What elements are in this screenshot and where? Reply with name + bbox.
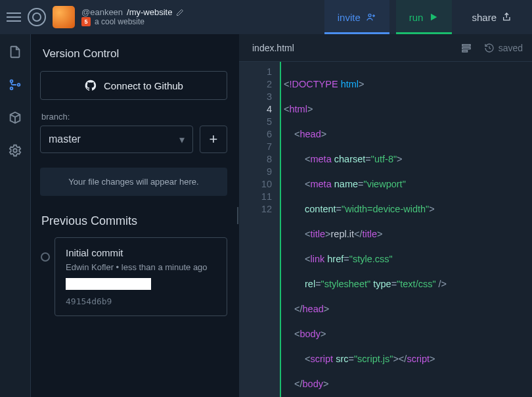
invite-button[interactable]: invite bbox=[324, 0, 389, 34]
panel-resizer[interactable] bbox=[236, 34, 239, 397]
settings-icon[interactable] bbox=[8, 143, 22, 158]
code-lines[interactable]: <!DOCTYPE html> <html> <head> <meta char… bbox=[281, 62, 447, 397]
share-button[interactable]: share bbox=[458, 0, 525, 34]
commit-input[interactable] bbox=[66, 278, 151, 290]
header: @eankeen/my-website 5 a cool website inv… bbox=[0, 0, 532, 34]
saved-indicator: saved bbox=[484, 43, 523, 53]
invite-label: invite bbox=[338, 12, 361, 23]
svg-point-2 bbox=[11, 87, 13, 90]
github-icon bbox=[84, 79, 97, 92]
run-button[interactable]: run bbox=[396, 0, 453, 34]
chevron-down-icon: ▾ bbox=[179, 133, 185, 146]
share-icon bbox=[502, 12, 512, 22]
menu-icon[interactable] bbox=[7, 10, 21, 24]
svg-point-4 bbox=[13, 149, 17, 152]
run-label: run bbox=[409, 12, 424, 23]
branch-select[interactable]: master ▾ bbox=[40, 126, 193, 153]
editor-pane: index.html saved 123456789101112 <!DOCTY… bbox=[239, 34, 532, 397]
branch-label: branch: bbox=[41, 112, 227, 122]
commit-meta: Edwin Kofler • less than a minute ago bbox=[66, 262, 216, 272]
previous-commits-heading: Previous Commits bbox=[41, 214, 227, 228]
connect-github-button[interactable]: Connect to Github bbox=[40, 71, 227, 100]
format-icon[interactable] bbox=[460, 42, 472, 54]
panel-title: Version Control bbox=[43, 47, 227, 60]
commit-card[interactable]: Initial commit Edwin Kofler • less than … bbox=[55, 237, 227, 316]
project-info: @eankeen/my-website 5 a cool website bbox=[81, 8, 184, 27]
svg-rect-5 bbox=[462, 44, 470, 45]
new-branch-button[interactable]: + bbox=[200, 126, 227, 153]
html5-icon: 5 bbox=[81, 17, 91, 26]
pencil-icon[interactable] bbox=[176, 9, 184, 16]
replit-logo-icon[interactable] bbox=[28, 8, 46, 26]
packages-icon[interactable] bbox=[8, 110, 22, 125]
svg-rect-6 bbox=[462, 47, 470, 49]
code-area[interactable]: 123456789101112 <!DOCTYPE html> <html> <… bbox=[239, 62, 532, 397]
version-control-panel: Version Control Connect to Github branch… bbox=[30, 34, 236, 397]
username[interactable]: @eankeen bbox=[81, 8, 123, 18]
tab-index-html[interactable]: index.html bbox=[239, 34, 307, 61]
commit-title: Initial commit bbox=[66, 247, 216, 258]
svg-point-1 bbox=[11, 80, 13, 83]
editor-tabs: index.html saved bbox=[239, 34, 532, 62]
branch-value: master bbox=[49, 133, 81, 145]
source-control-icon[interactable] bbox=[8, 78, 22, 92]
person-plus-icon bbox=[366, 12, 376, 22]
play-icon bbox=[428, 12, 439, 22]
project-subtitle: a cool website bbox=[95, 18, 144, 27]
svg-point-3 bbox=[18, 83, 20, 86]
avatar[interactable] bbox=[53, 6, 75, 28]
history-icon bbox=[484, 43, 495, 53]
changes-notice: Your file changes will appear here. bbox=[40, 168, 227, 196]
activity-rail bbox=[0, 34, 30, 397]
connect-github-label: Connect to Github bbox=[104, 80, 183, 91]
saved-label: saved bbox=[499, 43, 523, 53]
share-label: share bbox=[472, 12, 497, 23]
line-gutter: 123456789101112 bbox=[239, 62, 281, 397]
commit-hash: 49154d6b9 bbox=[66, 296, 216, 306]
svg-point-0 bbox=[368, 14, 371, 16]
svg-rect-7 bbox=[462, 50, 468, 51]
repo-name[interactable]: my-website bbox=[129, 7, 173, 17]
files-icon[interactable] bbox=[8, 45, 22, 59]
